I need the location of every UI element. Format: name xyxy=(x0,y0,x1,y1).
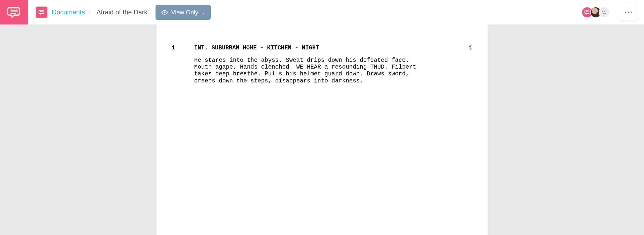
scene-heading: INT. SUBURBAN HOME - KITCHEN - NIGHT xyxy=(194,45,450,51)
add-person-icon xyxy=(601,10,607,15)
dot-icon xyxy=(628,12,629,13)
breadcrumb-root-link[interactable]: Documents xyxy=(52,8,85,16)
document-title: Afraid of the Dark.. xyxy=(97,8,151,16)
eye-icon xyxy=(161,10,168,15)
scene-heading-row: 1 INT. SUBURBAN HOME - KITCHEN - NIGHT 1 xyxy=(157,45,488,51)
action-paragraph: He stares into the abyss. Sweat drips do… xyxy=(157,51,488,84)
svg-point-10 xyxy=(602,11,603,12)
chat-icon xyxy=(584,10,590,15)
collaborator-avatars xyxy=(582,7,610,18)
chevron-down-icon: ⌄ xyxy=(201,10,205,15)
dot-icon xyxy=(631,12,632,13)
breadcrumb: Documents 〉 Afraid of the Dark.. xyxy=(52,8,151,16)
more-options-button[interactable] xyxy=(620,4,637,21)
dot-icon xyxy=(625,12,626,13)
scene-number-left: 1 xyxy=(172,45,194,51)
header-right xyxy=(582,4,637,21)
add-collaborator-button[interactable] xyxy=(599,7,610,18)
header-content: Documents 〉 Afraid of the Dark.. View On… xyxy=(28,0,644,24)
script-page: 1 INT. SUBURBAN HOME - KITCHEN - NIGHT 1… xyxy=(157,24,488,235)
scene-number-right: 1 xyxy=(450,45,473,51)
view-mode-dropdown[interactable]: View Only ⌄ xyxy=(156,5,211,20)
svg-point-9 xyxy=(604,11,605,12)
document-type-icon[interactable] xyxy=(36,7,47,18)
view-mode-label: View Only xyxy=(171,9,198,16)
svg-point-6 xyxy=(164,11,166,13)
chat-logo-icon xyxy=(7,5,21,20)
chevron-right-icon: 〉 xyxy=(88,9,94,16)
chat-icon xyxy=(39,9,45,15)
app-header: Documents 〉 Afraid of the Dark.. View On… xyxy=(0,0,644,24)
app-logo[interactable] xyxy=(0,0,28,24)
document-stage[interactable]: 1 INT. SUBURBAN HOME - KITCHEN - NIGHT 1… xyxy=(0,24,644,235)
